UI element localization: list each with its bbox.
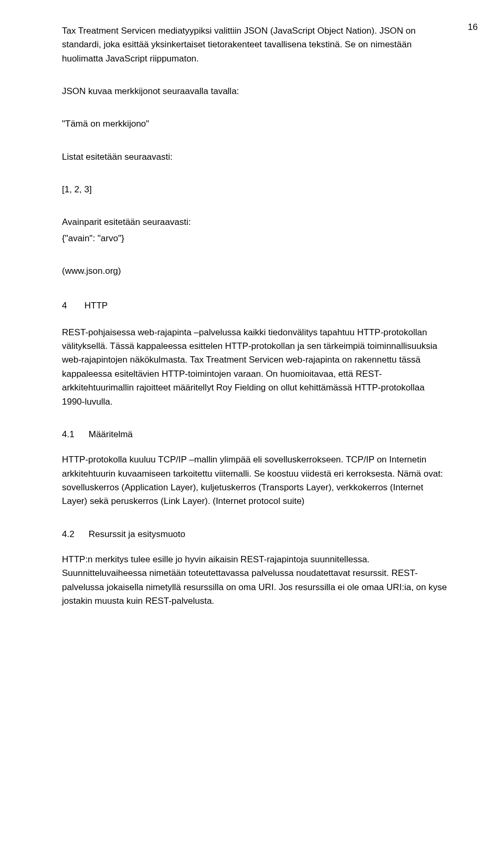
citation: (www.json.org) xyxy=(62,264,448,278)
subsection-heading-4-2: 4.2 Resurssit ja esitysmuoto xyxy=(62,528,448,541)
code-example-string: "Tämä on merkkijono" xyxy=(62,117,448,131)
subsection-number: 4.1 xyxy=(62,428,86,441)
paragraph: Listat esitetään seuraavasti: xyxy=(62,150,448,164)
page-number: 16 xyxy=(468,22,478,33)
subsection-number: 4.2 xyxy=(62,528,86,541)
subsection-title: Resurssit ja esitysmuoto xyxy=(89,529,185,539)
code-example-keyvalue: {"avain": "arvo"} xyxy=(62,232,448,245)
paragraph: REST-pohjaisessa web-rajapinta –palvelus… xyxy=(62,326,448,409)
section-title: HTTP xyxy=(85,301,108,311)
section-number: 4 xyxy=(62,299,82,313)
code-example-list: [1, 2, 3] xyxy=(62,183,448,197)
paragraph: HTTP-protokolla kuuluu TCP/IP –mallin yl… xyxy=(62,453,448,508)
subsection-heading-4-1: 4.1 Määritelmä xyxy=(62,428,448,441)
paragraph: JSON kuvaa merkkijonot seuraavalla taval… xyxy=(62,85,448,98)
paragraph: HTTP:n merkitys tulee esille jo hyvin ai… xyxy=(62,553,448,608)
section-heading-4: 4 HTTP xyxy=(62,299,448,313)
page-container: 16 Tax Treatment Servicen mediatyypiksi … xyxy=(0,0,504,866)
paragraph: Tax Treatment Servicen mediatyypiksi val… xyxy=(62,24,448,66)
paragraph: Avainparit esitetään seuraavasti: xyxy=(62,215,448,229)
subsection-title: Määritelmä xyxy=(89,429,133,439)
